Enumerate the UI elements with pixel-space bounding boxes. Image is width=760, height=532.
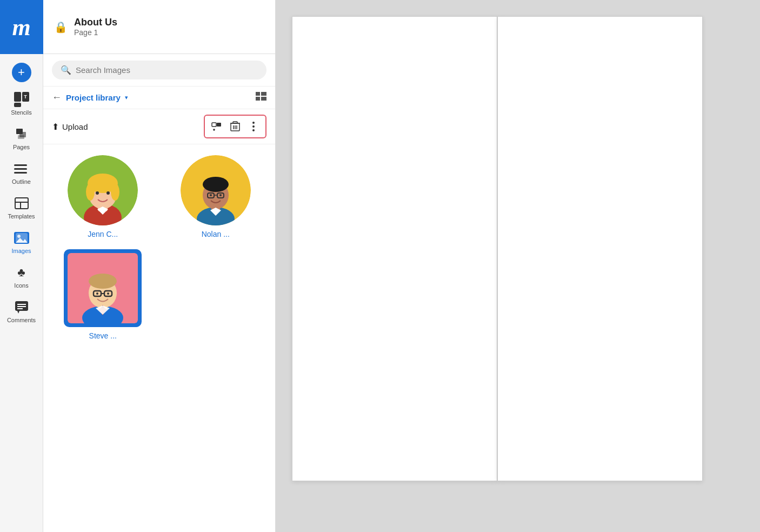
- sidebar-item-images-label: Images: [11, 248, 31, 254]
- svg-point-36: [96, 191, 99, 195]
- image-jenn-label: Jenn C...: [88, 230, 118, 238]
- sidebar-item-icons-label: Icons: [14, 282, 28, 289]
- canvas-area: [276, 0, 760, 532]
- list-item[interactable]: Jenn C...: [52, 155, 154, 238]
- svg-rect-15: [261, 92, 266, 96]
- delete-button[interactable]: [226, 118, 244, 135]
- back-arrow-icon[interactable]: ←: [52, 92, 62, 103]
- header-bar: 🔒 About Us Page 1: [43, 0, 275, 54]
- canvas-page-2: [497, 16, 703, 481]
- sidebar-item-icons[interactable]: ♣ Icons: [0, 260, 43, 294]
- page-title: About Us: [74, 17, 117, 28]
- svg-point-7: [17, 235, 21, 238]
- list-item[interactable]: Steve ...: [52, 249, 154, 340]
- panel-area: 🔒 About Us Page 1 🔍 ← Project library ▾: [43, 0, 276, 532]
- sidebar-item-pages-label: Pages: [13, 144, 30, 150]
- library-nav: ← Project library ▾: [43, 87, 275, 109]
- app-logo: m: [12, 14, 30, 41]
- images-grid: Jenn C...: [43, 144, 275, 351]
- image-thumb-wrap-steve: [64, 249, 142, 327]
- svg-point-35: [111, 183, 119, 201]
- list-item[interactable]: Nolan ...: [165, 155, 267, 238]
- sidebar-item-comments-label: Comments: [7, 317, 36, 323]
- search-input-wrap[interactable]: 🔍: [52, 61, 266, 79]
- sidebar-item-outline[interactable]: Outline: [0, 156, 43, 190]
- images-icon: [14, 230, 29, 245]
- image-thumb-steve: [68, 253, 138, 323]
- image-nolan-label: Nolan ...: [202, 230, 230, 238]
- library-title[interactable]: Project library: [66, 93, 121, 102]
- svg-point-54: [89, 274, 117, 289]
- svg-point-28: [252, 129, 255, 131]
- search-icon: 🔍: [61, 65, 71, 75]
- canvas-page-1: [292, 16, 497, 481]
- image-steve-label: Steve ...: [89, 331, 117, 340]
- search-input[interactable]: [76, 65, 258, 75]
- icons-icon: ♣: [14, 265, 29, 280]
- sidebar-item-images[interactable]: Images: [0, 225, 43, 260]
- svg-rect-16: [256, 97, 260, 101]
- sidebar-item-comments[interactable]: Comments: [0, 294, 43, 329]
- svg-point-59: [107, 292, 109, 295]
- more-options-button[interactable]: [245, 118, 262, 135]
- svg-rect-17: [261, 97, 266, 101]
- icon-sidebar: m + T Stencils: [0, 0, 43, 532]
- svg-point-26: [252, 122, 255, 124]
- sidebar-item-pages[interactable]: Pages: [0, 121, 43, 156]
- avatar-steve-svg: [68, 253, 138, 323]
- svg-point-58: [96, 292, 98, 295]
- sidebar-item-stencils-label: Stencils: [11, 109, 32, 116]
- sidebar-item-outline-label: Outline: [12, 178, 31, 185]
- header-title-group: About Us Page 1: [74, 17, 117, 37]
- nav-left: ← Project library ▾: [52, 92, 128, 103]
- svg-rect-19: [217, 123, 221, 127]
- sidebar-item-templates[interactable]: Templates: [0, 190, 43, 225]
- comments-icon: [14, 300, 29, 315]
- outline-icon: [14, 161, 29, 176]
- page-subtitle: Page 1: [74, 28, 117, 37]
- svg-point-27: [252, 125, 255, 128]
- svg-rect-2: [18, 135, 24, 139]
- logo-area[interactable]: m: [0, 0, 43, 54]
- upload-icon: ⬆: [52, 122, 59, 132]
- toolbar-actions: [204, 115, 266, 138]
- svg-point-47: [210, 194, 212, 196]
- app-container: m + T Stencils: [0, 0, 760, 532]
- svg-point-37: [106, 191, 110, 195]
- image-thumb-nolan: [181, 155, 251, 225]
- lock-icon: 🔒: [54, 21, 68, 34]
- grid-view-icon[interactable]: [256, 92, 266, 103]
- svg-rect-3: [15, 198, 28, 209]
- sidebar-item-stencils[interactable]: T Stencils: [0, 87, 43, 121]
- stencils-icon: T: [14, 92, 29, 107]
- search-bar: 🔍: [43, 54, 275, 87]
- svg-point-48: [219, 194, 222, 196]
- svg-rect-18: [212, 123, 216, 127]
- upload-button[interactable]: ⬆ Upload: [52, 122, 88, 132]
- replace-icon-button[interactable]: [208, 118, 225, 135]
- upload-label: Upload: [62, 122, 88, 131]
- toolbar-row: ⬆ Upload: [43, 109, 275, 144]
- library-dropdown-icon[interactable]: ▾: [125, 94, 128, 101]
- svg-rect-14: [256, 92, 260, 96]
- svg-rect-22: [233, 122, 237, 123]
- avatar-jenn-svg: [68, 155, 138, 225]
- pages-icon: [14, 127, 29, 142]
- sidebar-item-templates-label: Templates: [8, 213, 35, 220]
- svg-point-34: [86, 183, 95, 201]
- svg-marker-10: [17, 311, 19, 314]
- templates-icon: [14, 196, 29, 211]
- image-thumb-jenn: [68, 155, 138, 225]
- avatar-nolan-svg: [181, 155, 251, 225]
- svg-point-43: [203, 177, 229, 192]
- add-button[interactable]: +: [12, 63, 31, 82]
